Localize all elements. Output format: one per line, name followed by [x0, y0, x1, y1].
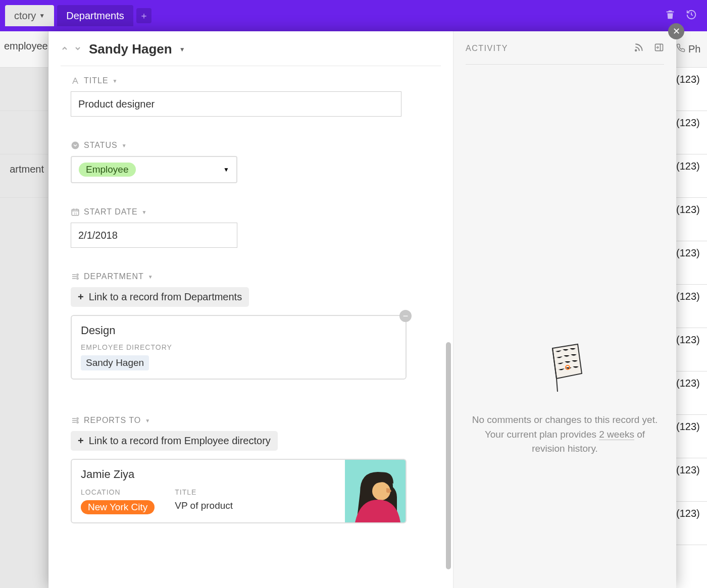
location-badge: New York City	[81, 500, 155, 514]
grid-cell: (123)	[672, 458, 707, 502]
prev-record-button[interactable]	[61, 44, 69, 55]
field-label: REPORTS TO ▼	[71, 416, 436, 425]
link-icon	[71, 416, 80, 425]
svg-point-6	[77, 421, 78, 423]
tab-bar: ctory ▼ Departments ＋	[0, 0, 707, 31]
reports-location-label: LOCATION	[81, 488, 155, 496]
record-fields-panel: Sandy Hagen ▼ TITLE ▼ STATUS ▼	[48, 31, 453, 588]
add-department-link-button[interactable]: + Link to a record from Departments	[71, 287, 249, 307]
chevron-down-icon[interactable]: ▼	[145, 418, 150, 423]
minus-icon: −	[403, 311, 409, 322]
field-status: STATUS ▼ Employee ▼	[71, 141, 436, 183]
grid-right-col: Ph (123) (123) (123) (123) (123) (123) (…	[672, 31, 707, 588]
reports-title-label: TITLE	[175, 488, 233, 496]
title-input[interactable]	[71, 91, 401, 117]
field-label-text: REPORTS TO	[84, 416, 141, 425]
grid-cell: (123)	[672, 198, 707, 241]
field-label: STATUS ▼	[71, 141, 436, 150]
grid-cell: (123)	[672, 371, 707, 415]
tab-label: Departments	[66, 10, 124, 22]
tab-departments[interactable]: Departments	[57, 5, 133, 26]
record-title: Sandy Hagen	[89, 41, 172, 57]
collapse-panel-icon[interactable]	[654, 42, 664, 55]
single-select-icon	[71, 141, 80, 150]
tab-label: ctory	[14, 10, 36, 22]
linked-card-title: Design	[81, 324, 396, 337]
activity-empty-state: No comments or changes to this record ye…	[453, 343, 676, 456]
record-nav	[61, 44, 82, 55]
field-label: 31 START DATE ▼	[71, 207, 436, 217]
chevron-down-icon[interactable]: ▼	[148, 274, 154, 280]
reports-linked-card[interactable]: − Jamie Ziya LOCATION New York City TITL…	[71, 459, 407, 523]
text-icon	[71, 76, 80, 85]
activity-panel: ACTIVITY	[453, 31, 676, 588]
activity-empty-underlined: 2 weeks	[599, 429, 634, 440]
activity-heading: ACTIVITY	[466, 44, 508, 53]
chevron-down-icon[interactable]: ▼	[142, 209, 147, 215]
department-linked-card[interactable]: − Design EMPLOYEE DIRECTORY Sandy Hagen	[71, 315, 407, 380]
field-title: TITLE ▼	[71, 76, 436, 117]
expanded-record: ✕ Sandy Hagen ▼ TITLE ▼	[48, 31, 676, 588]
grid-cell: (123)	[672, 154, 707, 198]
grid-cell: (123)	[672, 68, 707, 111]
chevron-down-icon[interactable]: ▼	[122, 143, 127, 148]
field-label-text: TITLE	[84, 76, 109, 85]
trash-icon[interactable]	[665, 9, 676, 22]
grid-cell: (123)	[672, 111, 707, 154]
chevron-down-icon[interactable]: ▼	[113, 78, 118, 84]
reports-name: Jamie Ziya	[81, 468, 336, 481]
phone-icon	[676, 43, 685, 55]
svg-text:31: 31	[74, 212, 78, 215]
grid-cell	[0, 68, 48, 111]
close-button[interactable]: ✕	[668, 23, 684, 39]
reports-meta: LOCATION New York City TITLE VP of produ…	[81, 488, 336, 514]
next-record-button[interactable]	[74, 44, 82, 55]
field-label-text: START DATE	[84, 207, 138, 217]
grid-cell: artment	[0, 154, 48, 198]
reports-title-value: VP of product	[175, 500, 233, 511]
start-date-input[interactable]	[71, 223, 237, 248]
plus-icon: +	[78, 435, 84, 447]
grid-cell: (123)	[672, 285, 707, 328]
add-tab-button[interactable]: ＋	[136, 8, 152, 23]
link-add-label: Link to a record from Departments	[89, 291, 242, 303]
grid-cell: (123)	[672, 415, 707, 458]
chevron-down-icon: ▼	[223, 166, 229, 173]
plus-icon: +	[78, 291, 84, 303]
link-add-label: Link to a record from Employee directory	[89, 435, 271, 447]
field-label: DEPARTMENT ▼	[71, 272, 436, 281]
history-icon[interactable]	[686, 9, 697, 22]
remove-link-button[interactable]: −	[399, 310, 412, 322]
grid-header-cell: employee	[0, 31, 48, 68]
svg-point-4	[77, 278, 78, 279]
grid-cell: (123)	[672, 502, 707, 545]
scrollbar[interactable]	[446, 342, 451, 569]
rss-icon[interactable]	[634, 42, 644, 55]
activity-header: ACTIVITY	[466, 42, 664, 65]
reports-card-body: Jamie Ziya LOCATION New York City TITLE …	[72, 460, 345, 522]
flag-illustration-icon	[542, 343, 588, 398]
svg-point-5	[77, 418, 78, 419]
record-header: Sandy Hagen ▼	[61, 41, 436, 66]
activity-actions	[634, 42, 664, 55]
tab-directory[interactable]: ctory ▼	[5, 5, 54, 26]
linked-card-chip: Sandy Hagen	[81, 355, 149, 370]
chevron-down-icon: ▼	[39, 12, 45, 19]
record-title-menu[interactable]: ▼	[179, 46, 185, 53]
field-start-date: 31 START DATE ▼	[71, 207, 436, 248]
avatar	[345, 460, 406, 522]
svg-point-0	[72, 142, 79, 149]
field-label-text: STATUS	[84, 141, 118, 150]
add-reports-link-button[interactable]: + Link to a record from Employee directo…	[71, 431, 278, 451]
topbar-actions	[665, 9, 697, 22]
plus-icon: ＋	[139, 10, 148, 22]
close-icon: ✕	[673, 26, 680, 37]
activity-empty-text: No comments or changes to this record ye…	[469, 413, 661, 456]
grid-cell: (123)	[672, 241, 707, 285]
calendar-icon: 31	[71, 207, 80, 217]
svg-point-8	[635, 50, 637, 51]
reports-location-col: LOCATION New York City	[81, 488, 155, 514]
field-label: TITLE ▼	[71, 76, 436, 85]
status-select[interactable]: Employee ▼	[71, 156, 237, 183]
field-reports-to: REPORTS TO ▼ + Link to a record from Emp…	[71, 416, 436, 523]
